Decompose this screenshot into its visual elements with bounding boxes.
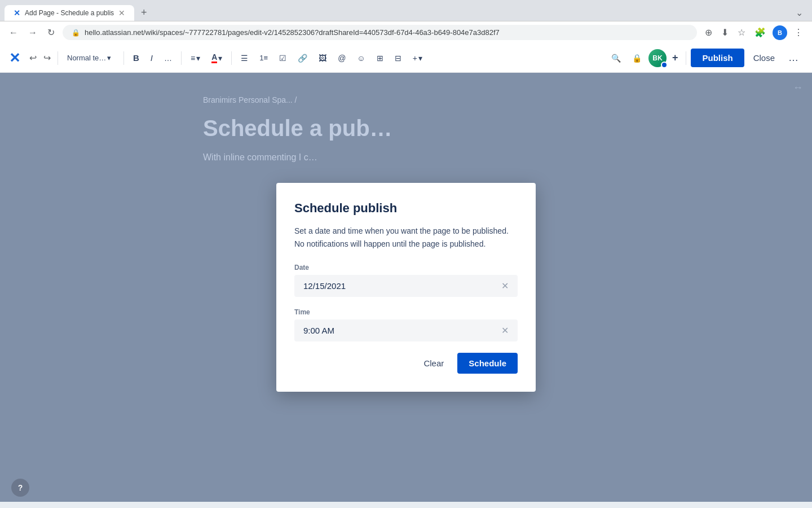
avatar-badge [661,62,668,68]
lock-icon: 🔒 [72,29,80,37]
time-label: Time [294,308,518,316]
browser-bookmark-icon[interactable]: ☆ [735,25,748,40]
link-icon: 🔗 [298,54,307,63]
schedule-publish-modal: Schedule publish Set a date and time whe… [276,183,536,392]
browser-extensions-icon[interactable]: 🧩 [752,25,768,40]
modal-overlay: Schedule publish Set a date and time whe… [0,73,812,502]
permissions-button[interactable]: 🔒 [628,50,646,66]
date-value: 12/15/2021 [303,281,346,291]
toolbar-separator-2 [123,51,124,65]
color-arrow-icon: ▾ [218,54,222,63]
tab-bar: ✕ Add Page - Schedule a publis ✕ + ⌄ [0,0,812,21]
insert-button[interactable]: + ▾ [408,50,427,66]
url-text: hello.atlassian.net/wiki/spaces/~7777227… [85,28,688,37]
modal-title: Schedule publish [294,201,518,216]
table-button[interactable]: ⊞ [372,50,388,66]
layout-button[interactable]: ⊟ [390,50,406,66]
layout-icon: ⊟ [395,54,401,63]
modal-actions: Clear Schedule [294,353,518,374]
bullet-list-button[interactable]: ☰ [236,50,253,66]
task-icon: ☑ [279,54,286,63]
toolbar-separator-1 [58,51,58,65]
modal-description: Set a date and time when you want the pa… [294,225,518,250]
page-content-area: Branimirs Personal Spa... / Schedule a p… [0,73,812,502]
text-style-dropdown[interactable]: Normal te… ▾ [63,50,119,65]
active-tab[interactable]: ✕ Add Page - Schedule a publis ✕ [5,5,134,21]
permissions-icon: 🔒 [632,54,642,63]
time-clear-icon[interactable]: ✕ [501,325,509,336]
date-input[interactable]: 12/15/2021 ✕ [294,275,518,297]
mention-button[interactable]: @ [333,50,350,66]
color-button[interactable]: A ▾ [207,49,227,67]
avatar-group: BK + [648,49,682,67]
publish-button[interactable]: Publish [691,49,744,67]
tab-close-icon[interactable]: ✕ [118,8,125,17]
tab-favicon-icon: ✕ [14,8,20,17]
date-clear-icon[interactable]: ✕ [501,281,509,291]
emoji-button[interactable]: ☺ [352,50,369,66]
more-options-button[interactable]: … [784,50,803,66]
time-field-group: Time 9:00 AM ✕ [294,308,518,341]
align-button[interactable]: ≡ ▾ [186,50,205,66]
add-collaborator-button[interactable]: + [669,51,682,65]
numbered-list-icon: 1≡ [259,54,268,62]
italic-button[interactable]: I [146,50,157,66]
new-tab-button[interactable]: + [136,5,152,21]
more-format-button[interactable]: … [160,50,176,66]
browser-zoom-icon[interactable]: ⊕ [703,25,714,40]
clear-button[interactable]: Clear [417,354,451,373]
search-button[interactable]: 🔍 [607,50,625,66]
redo-button[interactable]: ↪ [41,50,53,65]
link-button[interactable]: 🔗 [293,50,312,66]
color-icon: A [211,52,217,63]
url-bar[interactable]: 🔒 hello.atlassian.net/wiki/spaces/~77772… [63,25,697,40]
numbered-list-button[interactable]: 1≡ [255,50,272,65]
browser-chrome: ✕ Add Page - Schedule a publis ✕ + ⌄ ← →… [0,0,812,43]
toolbar-separator-3 [181,51,182,65]
insert-plus-icon: + [413,54,417,63]
toolbar-separator-5 [686,51,686,65]
browser-download-icon[interactable]: ⬇ [719,25,731,40]
text-style-arrow-icon: ▾ [107,54,111,62]
align-icon: ≡ [191,54,195,63]
date-field-group: Date 12/15/2021 ✕ [294,264,518,297]
close-button[interactable]: Close [747,49,782,67]
toolbar-separator-4 [231,51,232,65]
browser-menu-icon[interactable]: ⋮ [792,25,805,40]
time-value: 9:00 AM [303,326,334,335]
media-button[interactable]: 🖼 [314,50,331,66]
date-label: Date [294,264,518,271]
schedule-button[interactable]: Schedule [457,353,518,374]
task-button[interactable]: ☑ [275,50,291,66]
editor-toolbar: ✕ ↩ ↪ Normal te… ▾ B I … ≡ ▾ A ▾ ☰ 1≡ ☑ … [0,43,812,73]
confluence-logo: ✕ [9,50,20,66]
collaborator-avatar[interactable]: BK [648,49,667,67]
address-bar: ← → ↻ 🔒 hello.atlassian.net/wiki/spaces/… [0,21,812,43]
emoji-icon: ☺ [357,54,365,63]
table-icon: ⊞ [377,54,383,63]
refresh-button[interactable]: ↻ [45,25,57,40]
back-button[interactable]: ← [7,25,20,40]
search-icon: 🔍 [611,54,621,63]
browser-actions: ⊕ ⬇ ☆ 🧩 B ⋮ [703,25,805,40]
undo-button[interactable]: ↩ [27,50,39,65]
bold-button[interactable]: B [129,50,144,66]
text-style-label: Normal te… [67,54,106,62]
bullet-list-icon: ☰ [241,54,248,63]
tab-title: Add Page - Schedule a publis [25,9,114,17]
media-icon: 🖼 [319,54,326,63]
tab-expand-icon[interactable]: ⌄ [791,5,807,20]
insert-arrow-icon: ▾ [418,54,422,63]
time-input[interactable]: 9:00 AM ✕ [294,319,518,341]
align-arrow-icon: ▾ [196,54,200,63]
browser-profile-avatar[interactable]: B [773,25,787,40]
forward-button[interactable]: → [26,25,39,40]
help-button[interactable]: ? [11,479,29,497]
mention-icon: @ [338,54,346,63]
